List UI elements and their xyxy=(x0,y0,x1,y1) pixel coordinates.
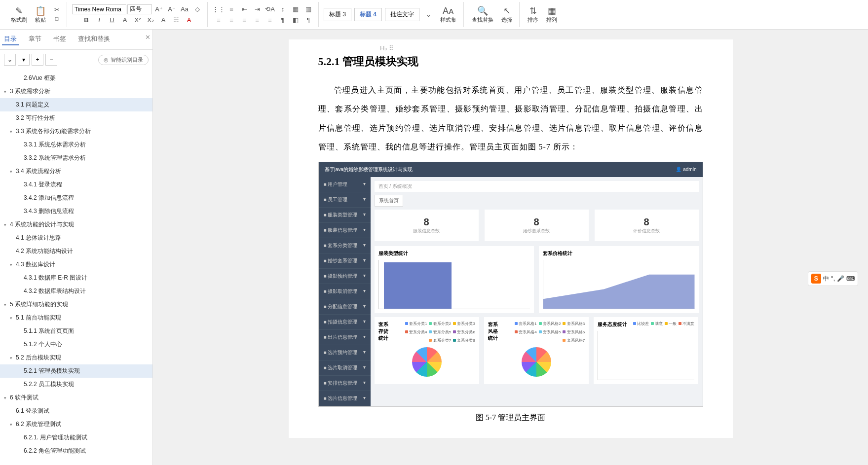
bullet-list-button[interactable]: ⋮⋮ xyxy=(213,4,225,14)
format-painter-button[interactable]: ✎ 格式刷 xyxy=(8,4,30,25)
ime-floating-bar[interactable]: S 中 °, 🎤 ⌨ xyxy=(808,271,858,286)
heading-level-indicator[interactable]: H₃ ⠿ xyxy=(380,44,394,52)
paragraph-text[interactable]: 管理员进入主页面，主要功能包括对系统首页、用户管理、员工管理、服装类型管理、服装… xyxy=(318,81,703,157)
remove-button[interactable]: − xyxy=(45,54,57,66)
underline-button[interactable]: U xyxy=(106,15,118,25)
tab-bookmark[interactable]: 书签 xyxy=(51,34,68,45)
embed-nav-item: ■ 婚纱套系管理▾ xyxy=(319,253,371,269)
outline-item[interactable]: 5.1.1 系统首页页面 xyxy=(0,324,152,338)
smart-outline-button[interactable]: ◎ 智能识别目录 xyxy=(98,55,149,65)
font-family-select[interactable] xyxy=(72,4,126,14)
sort-label: 排序 xyxy=(528,16,538,24)
decrease-font-button[interactable]: A⁻ xyxy=(166,4,178,14)
ime-punct[interactable]: °, xyxy=(831,275,835,282)
chart2-title: 套系价格统计 xyxy=(543,250,695,257)
increase-indent-button[interactable]: ⇥ xyxy=(251,4,263,14)
shading-button[interactable]: ▥ xyxy=(302,4,314,14)
increase-font-button[interactable]: A⁺ xyxy=(153,4,165,14)
outline-item[interactable]: 3.4.1 登录流程 xyxy=(0,178,152,191)
superscript-button[interactable]: X² xyxy=(132,15,144,25)
arrange-group: ⇅ 排序 ▦ 排列 xyxy=(521,2,564,27)
font-color-button[interactable]: A xyxy=(183,15,195,25)
text-direction-button[interactable]: ⟲A xyxy=(264,4,276,14)
outline-item[interactable]: 2.6Vue 框架 xyxy=(0,72,152,85)
outline-item[interactable]: 5.2.2 员工模块实现 xyxy=(0,378,152,391)
paragraph-spacing-button[interactable]: ¶ xyxy=(277,15,289,25)
outline-item[interactable]: ▾3 系统需求分析 xyxy=(0,85,152,98)
change-case-button[interactable]: Aa xyxy=(179,4,190,14)
align-left-button[interactable]: ≡ xyxy=(213,15,225,25)
subscript-button[interactable]: X₂ xyxy=(145,15,156,25)
distribute-button[interactable]: ≡ xyxy=(264,15,276,25)
clear-format-button[interactable]: ◇ xyxy=(191,4,203,14)
fill-color-button[interactable]: ◧ xyxy=(290,15,302,25)
ime-logo-icon: S xyxy=(811,274,821,284)
keyboard-icon[interactable]: ⌨ xyxy=(846,275,855,282)
italic-button[interactable]: I xyxy=(93,15,105,25)
outline-item[interactable]: 6.1 登录测试 xyxy=(0,404,152,418)
outline-item[interactable]: ▾3.4 系统流程分析 xyxy=(0,165,152,178)
find-replace-button[interactable]: 🔍 查找替换 xyxy=(469,4,496,25)
outline-item[interactable]: ▾6.2 系统管理测试 xyxy=(0,418,152,431)
expand-button[interactable]: ▾ xyxy=(18,54,30,66)
outline-item[interactable]: ▾6 软件测试 xyxy=(0,391,152,404)
outline-item[interactable]: ▾4.3 数据库设计 xyxy=(0,258,152,271)
main-area: 目录 章节 书签 查找和替换 ✕ ⌄ ▾ + − ◎ 智能识别目录 2.6Vue… xyxy=(0,30,868,465)
outline-item[interactable]: ▾4 系统功能的设计与实现 xyxy=(0,218,152,231)
outline-item[interactable]: 3.2 可行性分析 xyxy=(0,111,152,125)
cut-button[interactable]: ✂ xyxy=(51,4,63,14)
sort-button[interactable]: ⇅ 排序 xyxy=(525,4,541,25)
bold-button[interactable]: B xyxy=(80,15,92,25)
add-button[interactable]: + xyxy=(32,54,43,66)
outline-item[interactable]: 6.2.2 角色管理功能测试 xyxy=(0,444,152,458)
text-effects-button[interactable]: A xyxy=(157,15,169,25)
outline-item[interactable]: 3.3.2 系统管理需求分析 xyxy=(0,151,152,165)
paste-button[interactable]: 📋 粘贴 xyxy=(32,4,49,25)
outline-item[interactable]: 5.2.1 管理员模块实现 xyxy=(0,364,152,378)
align-center-button[interactable]: ≡ xyxy=(226,15,237,25)
outline-item[interactable]: 4.3.1 数据库 E-R 图设计 xyxy=(0,271,152,285)
strikethrough-button[interactable]: A xyxy=(119,15,131,25)
select-button[interactable]: ↖ 选择 xyxy=(498,4,515,25)
tab-findreplace[interactable]: 查找和替换 xyxy=(76,34,112,45)
ime-lang[interactable]: 中 xyxy=(823,275,829,283)
line-spacing-button[interactable]: ↕ xyxy=(277,4,289,14)
font-size-select[interactable] xyxy=(127,4,152,14)
highlight-button[interactable]: ☵ xyxy=(170,15,182,25)
style-comment[interactable]: 批注文字 xyxy=(385,8,419,21)
align-right-button[interactable]: ≡ xyxy=(238,15,250,25)
style-heading3[interactable]: 标题 3 xyxy=(324,8,351,21)
outline-item[interactable]: 4.1 总体设计思路 xyxy=(0,231,152,245)
figure-caption[interactable]: 图 5-7 管理员主界面 xyxy=(318,413,703,423)
outline-item[interactable]: 6.2.1. 用户管理功能测试 xyxy=(0,431,152,444)
show-marks-button[interactable]: ¶ xyxy=(302,15,314,25)
chart4-title: 套系风格统计 xyxy=(488,321,503,342)
copy-button[interactable]: ⧉ xyxy=(51,14,63,24)
dropdown-button[interactable]: ⌄ xyxy=(4,54,16,66)
tab-outline[interactable]: 目录 xyxy=(2,34,19,45)
align-justify-button[interactable]: ≡ xyxy=(251,15,263,25)
outline-item[interactable]: ▾5.2 后台模块实现 xyxy=(0,351,152,364)
section-title[interactable]: 5.2.1 管理员模块实现 xyxy=(318,54,703,69)
outline-item[interactable]: 3.1 问题定义 xyxy=(0,98,152,111)
document-area[interactable]: H₃ ⠿ 5.2.1 管理员模块实现 管理员进入主页面，主要功能包括对系统首页、… xyxy=(153,30,868,465)
styles-dropdown[interactable]: ⌄ xyxy=(422,10,434,20)
outline-item[interactable]: ▾5.1 前台功能实现 xyxy=(0,311,152,324)
numbered-list-button[interactable]: ≡ xyxy=(226,4,237,14)
outline-item[interactable]: 3.4.3 删除信息流程 xyxy=(0,205,152,218)
outline-item[interactable]: ▾3.3 系统各部分功能需求分析 xyxy=(0,125,152,138)
decrease-indent-button[interactable]: ⇤ xyxy=(238,4,250,14)
sidebar-close-button[interactable]: ✕ xyxy=(145,34,151,45)
outline-item[interactable]: 3.3.1 系统总体需求分析 xyxy=(0,138,152,151)
style-heading4[interactable]: 标题 4 xyxy=(354,8,382,21)
style-set-button[interactable]: Aᴀ 样式集 xyxy=(437,4,459,25)
outline-item[interactable]: 4.2 系统功能结构设计 xyxy=(0,245,152,258)
outline-item[interactable]: 5.1.2 个人中心 xyxy=(0,338,152,351)
borders-button[interactable]: ▦ xyxy=(290,4,302,14)
mic-icon[interactable]: 🎤 xyxy=(837,275,844,282)
outline-item[interactable]: 3.4.2 添加信息流程 xyxy=(0,191,152,205)
arrange-button[interactable]: ▦ 排列 xyxy=(543,4,560,25)
tab-chapter[interactable]: 章节 xyxy=(27,34,43,45)
outline-item[interactable]: 4.3.2 数据库表结构设计 xyxy=(0,285,152,298)
outline-item[interactable]: ▾5 系统详细功能的实现 xyxy=(0,298,152,311)
